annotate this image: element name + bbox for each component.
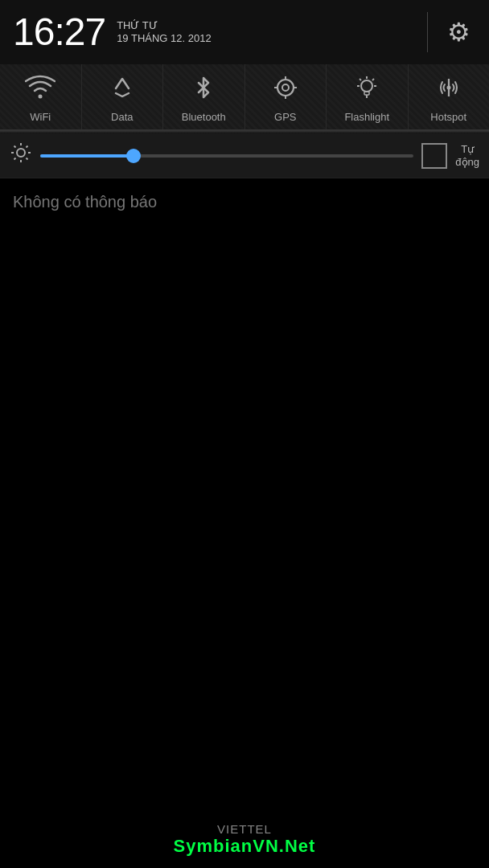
brightness-slider[interactable] (40, 148, 413, 164)
day-of-week: THỨ TƯ (117, 19, 212, 32)
toggle-flashlight[interactable]: Flashlight (327, 64, 409, 129)
brightness-track (40, 154, 413, 158)
svg-point-3 (282, 84, 289, 91)
carrier-text: VIETTEL (0, 822, 489, 836)
brightness-icon (10, 141, 32, 170)
clock: 16:27 (13, 13, 105, 51)
svg-rect-9 (364, 92, 369, 95)
data-label: Data (111, 111, 133, 123)
svg-point-18 (17, 149, 25, 157)
auto-brightness-label: Tự động (455, 143, 479, 168)
data-icon (107, 72, 138, 108)
hotspot-icon (434, 72, 464, 108)
svg-line-25 (27, 146, 28, 148)
svg-point-2 (277, 80, 294, 96)
quick-toggles-bar: WiFi Data Bluetooth (0, 64, 489, 131)
toggle-hotspot[interactable]: Hotspot (409, 64, 490, 129)
date: 19 THÁNG 12. 2012 (117, 32, 212, 45)
toggle-gps[interactable]: GPS (245, 64, 327, 129)
settings-button[interactable]: ⚙ (441, 14, 476, 50)
bottom-bar: VIETTEL SymbianVN.Net (0, 814, 489, 868)
svg-line-23 (14, 146, 16, 148)
gps-icon (270, 72, 301, 108)
brightness-fill (40, 154, 134, 158)
status-bar: 16:27 THỨ TƯ 19 THÁNG 12. 2012 ⚙ (0, 0, 489, 64)
status-divider (427, 12, 428, 52)
svg-point-0 (39, 95, 43, 99)
gps-label: GPS (274, 111, 296, 123)
svg-line-26 (14, 158, 16, 160)
hotspot-label: Hotspot (430, 111, 466, 123)
svg-line-12 (372, 79, 374, 80)
time-block: 16:27 (13, 13, 105, 51)
svg-point-17 (446, 86, 450, 90)
gear-icon: ⚙ (447, 17, 471, 47)
brightness-thumb[interactable] (126, 149, 141, 163)
svg-line-24 (27, 158, 28, 160)
bluetooth-label: Bluetooth (182, 111, 226, 123)
toggle-wifi[interactable]: WiFi (0, 64, 82, 129)
date-block: THỨ TƯ 19 THÁNG 12. 2012 (117, 19, 212, 44)
auto-brightness-checkbox[interactable] (421, 143, 447, 169)
brightness-row: Tự động (0, 133, 489, 178)
flashlight-icon (351, 72, 382, 108)
wifi-icon (25, 72, 55, 108)
toggle-data[interactable]: Data (82, 64, 164, 129)
watermark: SymbianVN.Net (0, 836, 489, 857)
svg-point-8 (361, 80, 372, 92)
toggle-bluetooth[interactable]: Bluetooth (163, 64, 245, 129)
bluetooth-icon (188, 72, 219, 108)
flashlight-label: Flashlight (344, 111, 389, 123)
no-notification-text: Không có thông báo (0, 178, 489, 226)
main-content (0, 226, 489, 708)
svg-line-14 (360, 79, 361, 80)
wifi-label: WiFi (30, 111, 51, 123)
